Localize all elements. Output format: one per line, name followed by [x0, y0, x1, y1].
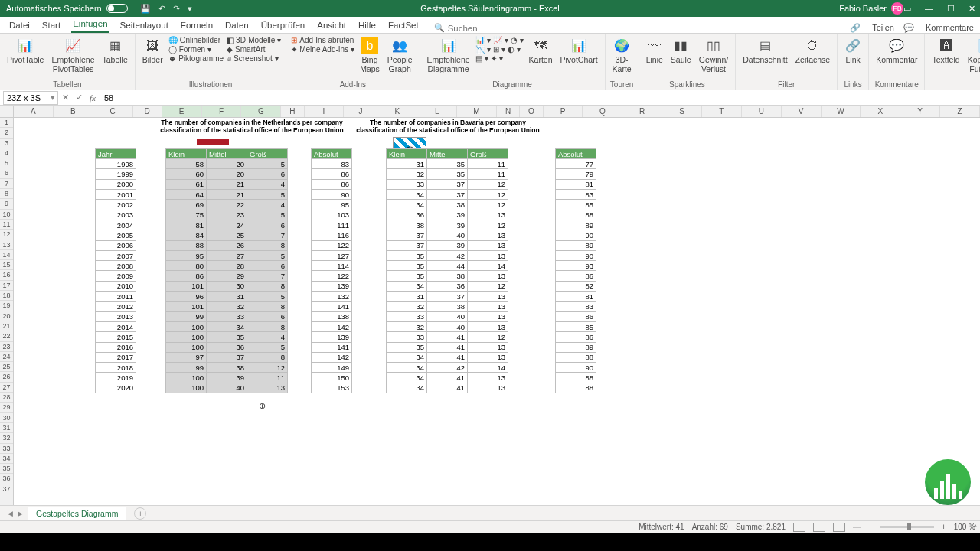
row-header[interactable]: 21 [0, 321, 13, 331]
row-header[interactable]: 5 [0, 158, 13, 168]
cell[interactable]: 35 [387, 342, 427, 352]
col-header-E[interactable]: E [162, 106, 202, 117]
cell[interactable]: 8 [247, 281, 288, 291]
col-header-F[interactable]: F [202, 106, 242, 117]
cell[interactable]: 35 [387, 261, 427, 271]
sparkline-column-button[interactable]: ▮▮Säule [668, 36, 694, 67]
cell[interactable]: 86 [556, 332, 596, 342]
cell[interactable]: 82 [556, 281, 596, 291]
comments-button[interactable]: 💬 Kommentare [903, 23, 974, 33]
zoom-slider[interactable] [880, 526, 934, 528]
chart-bar-button[interactable]: ▤▾ ✦▾ [475, 54, 524, 63]
cell[interactable]: 11 [468, 169, 508, 179]
cell[interactable]: 116 [312, 230, 352, 240]
cell[interactable]: 2006 [96, 240, 136, 250]
row-header[interactable]: 35 [0, 464, 13, 474]
sparkline-line-button[interactable]: 〰Linie [644, 36, 665, 67]
row-header[interactable]: 7 [0, 179, 13, 189]
cell[interactable]: 86 [556, 271, 596, 281]
cell[interactable]: 90 [556, 230, 596, 240]
cell[interactable]: 79 [556, 169, 596, 179]
cell[interactable]: 31 [207, 292, 247, 302]
cell[interactable]: 6 [247, 311, 288, 321]
cell[interactable]: 100 [166, 373, 207, 383]
cell[interactable]: 8 [247, 352, 288, 362]
cell[interactable]: 96 [166, 292, 207, 302]
row-header[interactable]: 9 [0, 199, 13, 209]
cell[interactable]: 90 [312, 190, 352, 200]
col-header-O[interactable]: O [520, 106, 543, 117]
cell[interactable]: 83 [312, 159, 352, 169]
cell[interactable]: 32 [387, 302, 427, 311]
sheet-tab[interactable]: Gestapeltes Diagramm [28, 507, 126, 520]
cell[interactable]: 13 [468, 321, 508, 331]
cell[interactable]: 88 [556, 210, 596, 220]
row-header[interactable]: 3 [0, 139, 13, 148]
cell[interactable]: 111 [312, 220, 352, 230]
cell[interactable]: 20 [207, 169, 247, 179]
online-pictures-button[interactable]: 🌐Onlinebilder [168, 36, 224, 44]
cell[interactable]: 33 [387, 311, 427, 321]
cell[interactable]: 28 [207, 261, 247, 271]
textbox-button[interactable]: 🅰Textfeld [929, 36, 962, 67]
cell[interactable]: 39 [427, 220, 468, 230]
cell[interactable]: 75 [166, 210, 207, 220]
row-header[interactable]: 34 [0, 454, 13, 464]
cell[interactable]: 41 [427, 342, 468, 352]
cell[interactable]: 2014 [96, 321, 136, 331]
cell[interactable]: 12 [247, 363, 288, 373]
row-header[interactable]: 31 [0, 423, 13, 433]
cell[interactable]: 2011 [96, 292, 136, 302]
cell[interactable]: 88 [556, 352, 596, 362]
cell[interactable]: 7 [247, 271, 288, 281]
row-header[interactable]: 33 [0, 444, 13, 454]
cell[interactable]: 41 [427, 373, 468, 383]
cell[interactable]: 34 [387, 373, 427, 383]
sheet-nav-prev-icon[interactable]: ◀ [8, 510, 13, 517]
get-addins-button[interactable]: ⊞Add-Ins abrufen [291, 36, 354, 44]
cell[interactable]: 61 [166, 179, 207, 189]
cell[interactable]: 13 [247, 383, 288, 393]
cell[interactable]: 2002 [96, 200, 136, 210]
cell[interactable]: 41 [427, 352, 468, 362]
select-all-corner[interactable] [0, 106, 13, 118]
cell[interactable]: 11 [247, 373, 288, 383]
cell[interactable]: 36 [207, 342, 247, 352]
people-graph-button[interactable]: 👥People Graph [385, 36, 415, 75]
cell[interactable]: 84 [166, 230, 207, 240]
3d-models-button[interactable]: ◧3D-Modelle ▾ [227, 36, 281, 44]
cell[interactable]: 5 [247, 250, 288, 260]
search-icon[interactable]: 🔍 [434, 23, 445, 33]
cell[interactable]: 39 [207, 373, 247, 383]
row-header[interactable]: 24 [0, 352, 13, 362]
redo-icon[interactable]: ↷ [173, 4, 180, 14]
user-avatar[interactable]: FB [891, 2, 903, 15]
cell[interactable]: 38 [427, 302, 468, 311]
shapes-button[interactable]: ◯Formen ▾ [168, 45, 224, 54]
cell[interactable]: 21 [207, 179, 247, 189]
row-header[interactable]: 26 [0, 372, 13, 382]
cell[interactable]: 103 [312, 210, 352, 220]
tab-ansicht[interactable]: Ansicht [315, 18, 348, 33]
cell[interactable]: 12 [468, 220, 508, 230]
cell[interactable]: 23 [207, 210, 247, 220]
cell[interactable]: 122 [312, 271, 352, 281]
cell[interactable]: 14 [468, 363, 508, 373]
cell[interactable]: 33 [207, 311, 247, 321]
close-icon[interactable]: ✕ [969, 4, 975, 14]
cell[interactable]: 139 [312, 281, 352, 291]
row-header[interactable]: 14 [0, 250, 13, 260]
sheet-nav-next-icon[interactable]: ▶ [18, 510, 23, 517]
tab-datei[interactable]: Datei [8, 18, 31, 33]
cell[interactable]: 29 [207, 271, 247, 281]
cell[interactable]: 13 [468, 292, 508, 302]
name-box[interactable]: 23Z x 3S▾ [3, 91, 58, 105]
row-header[interactable]: 27 [0, 383, 13, 393]
cell[interactable]: 40 [427, 230, 468, 240]
cell[interactable]: 34 [387, 383, 427, 393]
cell[interactable]: 89 [556, 342, 596, 352]
cell[interactable]: 42 [427, 363, 468, 373]
cell[interactable]: 5 [247, 342, 288, 352]
tab-seitenlayout[interactable]: Seitenlayout [119, 18, 170, 33]
tab-daten[interactable]: Daten [224, 18, 250, 33]
